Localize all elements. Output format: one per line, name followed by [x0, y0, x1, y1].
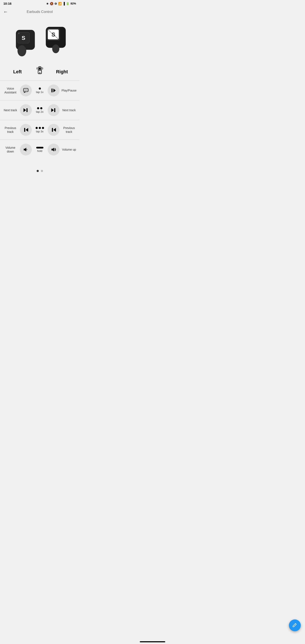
svg-point-4 [18, 33, 20, 34]
dots-1 [39, 88, 41, 90]
column-headers: Left Right [0, 64, 80, 80]
dot-2 [40, 107, 42, 109]
right-icon-next-track[interactable] [48, 104, 60, 116]
battery-pct: 82% [70, 2, 76, 5]
left-column-header: Left [4, 69, 31, 74]
earbuds-svg: S S [6, 21, 74, 59]
svg-marker-27 [54, 128, 56, 132]
gesture-label-1x: tap 1x [36, 90, 44, 94]
skip-forward-left-icon [23, 108, 28, 113]
gesture-label-hold: hold [37, 149, 42, 152]
gesture-hold: hold [33, 147, 46, 152]
svg-text:S: S [22, 35, 26, 41]
right-icon-prev-track[interactable] [48, 124, 60, 136]
dot-1 [39, 88, 41, 90]
status-icons: ∗ 🔕 ⊖ 📶 ▐ 🔋 82% [46, 2, 76, 5]
svg-point-1 [17, 45, 26, 56]
svg-point-14 [39, 67, 41, 70]
row-tap-1x: VoiceAssistant tap 1x Play/Pause [0, 80, 80, 100]
skip-back-right-icon [51, 127, 56, 132]
gesture-tap-2x: tap 2x [33, 107, 46, 113]
page-dot-1[interactable] [37, 170, 39, 172]
skip-forward-right-icon [51, 108, 56, 113]
right-icon-play-pause[interactable] [48, 84, 60, 96]
controls-section: Left Right VoiceAssistant [0, 64, 80, 164]
bluetooth-icon: ∗ [46, 2, 49, 5]
left-label-volume-down: Volume down [2, 146, 19, 153]
right-icon-volume-up[interactable] [48, 144, 60, 156]
left-icon-next-track[interactable] [20, 104, 32, 116]
dot-2 [39, 127, 41, 129]
battery-icon: 🔋 [66, 2, 70, 5]
svg-point-17 [26, 90, 26, 90]
back-button[interactable]: ← [4, 8, 10, 16]
status-bar: 10:16 ∗ 🔕 ⊖ 📶 ▐ 🔋 82% [0, 0, 80, 6]
svg-marker-20 [54, 88, 56, 92]
row-hold: Volume down hold Volume up [0, 140, 80, 159]
svg-marker-23 [51, 108, 54, 112]
right-label-next-track: Next track [61, 108, 77, 112]
dots-2 [37, 107, 42, 109]
gesture-tap-1x: tap 1x [33, 88, 46, 94]
right-label-volume-up: Volume up [61, 148, 77, 152]
svg-rect-22 [26, 108, 28, 112]
page-dot-2[interactable] [41, 170, 43, 172]
dot-1 [36, 127, 38, 129]
header: ← Earbuds Control [0, 6, 80, 18]
right-column-header: Right [48, 69, 76, 74]
left-label-voice-assistant: VoiceAssistant [2, 87, 19, 94]
dots-3 [36, 127, 44, 129]
play-pause-icon [50, 88, 56, 94]
svg-marker-25 [26, 128, 28, 132]
gesture-tap-3x: tap 3x [33, 127, 46, 133]
svg-rect-24 [54, 108, 55, 112]
left-icon-voice-assistant[interactable] [20, 84, 32, 96]
gesture-label-3x: tap 3x [36, 130, 44, 133]
svg-marker-21 [24, 108, 26, 112]
row-tap-2x: Next track tap 2x Next track [0, 100, 80, 120]
wifi-icon: 📶 [58, 2, 62, 5]
svg-marker-29 [24, 148, 26, 152]
status-time: 10:16 [4, 2, 12, 5]
svg-rect-19 [52, 88, 52, 92]
right-label-play-pause: Play/Pause [61, 88, 77, 92]
page-title: Earbuds Control [27, 10, 53, 14]
left-label-prev-track: Previous track [2, 126, 19, 134]
svg-point-6 [52, 44, 59, 53]
pagination [0, 164, 80, 176]
earbuds-image: S S [0, 18, 80, 64]
skip-back-left-icon [23, 127, 28, 132]
svg-rect-26 [24, 128, 25, 132]
svg-marker-30 [52, 148, 54, 152]
finger-tap-svg [36, 66, 44, 76]
dot-3 [42, 127, 44, 129]
left-label-next-track: Next track [2, 108, 19, 112]
svg-point-16 [24, 90, 25, 90]
dnd-icon: ⊖ [54, 2, 57, 5]
chat-icon [23, 88, 29, 94]
notification-icon: 🔕 [50, 2, 54, 5]
gesture-label-2x: tap 2x [36, 110, 44, 113]
volume-up-icon [50, 146, 56, 152]
left-icon-volume-down[interactable] [20, 144, 32, 156]
hold-bar [36, 147, 44, 148]
signal-icon: ▐ [63, 2, 65, 5]
row-tap-3x: Previous track tap 3x Previous track [0, 120, 80, 140]
svg-point-18 [27, 90, 27, 90]
right-label-prev-track: Previous track [61, 126, 77, 134]
svg-rect-28 [52, 128, 53, 132]
left-icon-prev-track[interactable] [20, 124, 32, 136]
touch-icon [31, 66, 48, 77]
volume-down-icon [23, 146, 29, 152]
dot-1 [37, 107, 39, 109]
